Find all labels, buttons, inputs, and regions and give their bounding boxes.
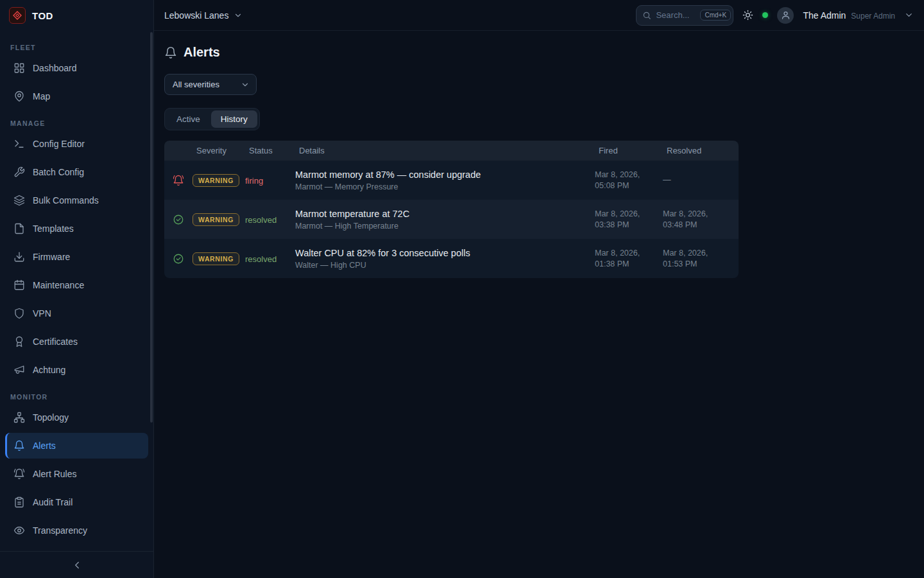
alert-subtitle: Marmot — Memory Pressure	[295, 182, 595, 191]
sidebar-item-dashboard[interactable]: Dashboard	[5, 55, 148, 81]
alerts-tabs: Active History	[164, 108, 260, 130]
org-selector[interactable]: Lebowski Lanes	[164, 10, 243, 21]
sidebar-item-alert-rules[interactable]: Alert Rules	[5, 461, 148, 487]
sidebar-scrollbar[interactable]	[150, 32, 153, 423]
alerts-table: Severity Status Details Fired Resolved W…	[164, 141, 739, 278]
sidebar-item-certificates[interactable]: Certificates	[5, 329, 148, 355]
sidebar-item-label: Alerts	[33, 441, 56, 451]
sidebar-item-label: Bulk Commands	[33, 195, 99, 206]
brand-name: TOD	[32, 10, 53, 21]
dashboard-icon	[13, 62, 25, 74]
section-label-monitor: MONITOR	[5, 388, 148, 405]
sidebar-item-map[interactable]: Map	[5, 83, 148, 109]
sidebar-item-vpn[interactable]: VPN	[5, 301, 148, 326]
sidebar-item-label: Transparency	[33, 525, 87, 536]
badge-icon	[13, 336, 25, 347]
sidebar-item-config-editor[interactable]: Config Editor	[5, 131, 148, 157]
sidebar-item-batch-config[interactable]: Batch Config	[5, 159, 148, 185]
table-row[interactable]: WARNING resolved Walter CPU at 82% for 3…	[164, 239, 739, 278]
sidebar: TOD FLEET Dashboard Map MANAGE Config Ed…	[0, 0, 154, 578]
search-shortcut-badge: Cmd+K	[700, 10, 731, 21]
table-row[interactable]: WARNING resolved Marmot temperature at 7…	[164, 200, 739, 239]
app-root: TOD FLEET Dashboard Map MANAGE Config Ed…	[0, 0, 924, 578]
calendar-icon	[13, 279, 25, 291]
topbar: Lebowski Lanes Cmd+K The Admin Super Adm…	[154, 0, 924, 31]
table-header-row: Severity Status Details Fired Resolved	[164, 141, 739, 161]
severity-badge: WARNING	[193, 174, 239, 187]
section-label-manage: MANAGE	[5, 114, 148, 131]
avatar[interactable]	[777, 7, 794, 24]
alert-title: Walter CPU at 82% for 3 consecutive poll…	[295, 248, 595, 258]
severity-filter-select[interactable]: All severities	[164, 74, 257, 95]
resolved-time: Mar 8, 2026, 03:48 PM	[663, 209, 739, 231]
severity-badge: WARNING	[193, 252, 239, 265]
sidebar-item-label: Map	[33, 91, 50, 101]
check-circle-icon	[164, 214, 193, 225]
resolved-time: Mar 8, 2026, 01:53 PM	[663, 248, 739, 270]
section-label-fleet: FLEET	[5, 39, 148, 55]
status-text: resolved	[245, 254, 277, 264]
tab-active[interactable]: Active	[167, 110, 210, 128]
fired-time: Mar 8, 2026, 01:38 PM	[595, 248, 663, 270]
alert-title: Marmot memory at 87% — consider upgrade	[295, 170, 595, 180]
alert-title: Marmot temperature at 72C	[295, 209, 595, 219]
sidebar-item-maintenance[interactable]: Maintenance	[5, 272, 148, 298]
column-header-fired: Fired	[595, 146, 663, 155]
table-row[interactable]: WARNING firing Marmot memory at 87% — co…	[164, 161, 739, 200]
sidebar-item-label: Maintenance	[33, 280, 84, 290]
tab-history[interactable]: History	[211, 110, 257, 128]
org-name: Lebowski Lanes	[164, 10, 228, 21]
fired-time: Mar 8, 2026, 05:08 PM	[595, 170, 663, 191]
file-icon	[13, 223, 25, 234]
sidebar-collapse-button[interactable]	[0, 551, 153, 578]
sidebar-item-achtung[interactable]: Achtung	[5, 357, 148, 383]
sidebar-item-bulk-commands[interactable]: Bulk Commands	[5, 188, 148, 213]
brand-logo-icon	[9, 7, 26, 24]
main-area: Lebowski Lanes Cmd+K The Admin Super Adm…	[154, 0, 924, 578]
search-box[interactable]: Cmd+K	[636, 5, 733, 26]
user-menu[interactable]: The Admin Super Admin	[803, 10, 895, 21]
download-icon	[13, 251, 25, 263]
chevron-down-icon[interactable]	[904, 10, 914, 20]
sidebar-item-alerts[interactable]: Alerts	[5, 433, 148, 459]
status-text: resolved	[245, 215, 277, 225]
chevron-down-icon	[241, 80, 250, 89]
alert-subtitle: Walter — High CPU	[295, 261, 595, 270]
sidebar-item-label: Firmware	[33, 252, 70, 262]
clipboard-icon	[13, 496, 25, 508]
layers-icon	[13, 195, 25, 206]
brand: TOD	[0, 0, 153, 31]
sidebar-item-label: Audit Trail	[33, 497, 73, 507]
sidebar-item-audit-trail[interactable]: Audit Trail	[5, 489, 148, 515]
chevron-left-icon	[71, 559, 83, 571]
severity-filter-value: All severities	[173, 80, 219, 89]
bell-icon	[164, 46, 177, 59]
bell-icon	[13, 440, 25, 451]
resolved-time: —	[663, 175, 739, 186]
column-header-resolved: Resolved	[663, 146, 739, 155]
column-header-severity: Severity	[193, 146, 245, 155]
user-role: Super Admin	[851, 12, 895, 21]
bell-ring-icon	[13, 468, 25, 480]
network-icon	[13, 412, 25, 423]
sidebar-item-topology[interactable]: Topology	[5, 405, 148, 430]
sidebar-nav: FLEET Dashboard Map MANAGE Config Editor…	[0, 31, 153, 551]
user-name: The Admin	[803, 10, 846, 21]
sidebar-item-label: Config Editor	[33, 139, 85, 149]
sidebar-item-label: Templates	[33, 223, 74, 234]
topbar-right: Cmd+K The Admin Super Admin	[636, 5, 914, 26]
search-icon	[642, 11, 651, 20]
sidebar-item-label: Achtung	[33, 365, 65, 375]
search-input[interactable]	[656, 10, 696, 20]
megaphone-icon	[13, 364, 25, 376]
status-text: firing	[245, 176, 263, 186]
page-header: Alerts	[164, 45, 914, 60]
sidebar-item-firmware[interactable]: Firmware	[5, 244, 148, 270]
content: Alerts All severities Active History Sev…	[154, 31, 924, 290]
connection-status-dot	[762, 12, 768, 18]
sidebar-item-label: VPN	[33, 308, 51, 319]
sidebar-item-transparency[interactable]: Transparency	[5, 518, 148, 543]
column-header-details: Details	[295, 146, 595, 155]
sidebar-item-templates[interactable]: Templates	[5, 216, 148, 241]
theme-toggle-sun-icon[interactable]	[742, 10, 753, 21]
